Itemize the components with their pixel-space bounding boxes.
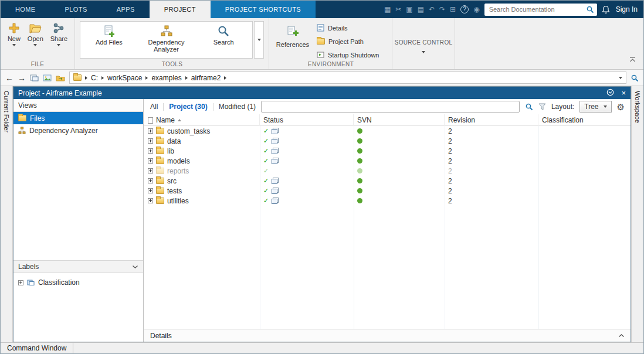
classification-cell: [538, 196, 631, 206]
expand-icon[interactable]: [148, 168, 153, 173]
tab-project[interactable]: PROJECT: [150, 1, 211, 18]
classification-cell: [538, 126, 631, 136]
breadcrumb-segment[interactable]: workSpace: [107, 74, 142, 82]
close-icon[interactable]: ×: [621, 89, 626, 97]
new-window-icon[interactable]: [30, 74, 39, 81]
expand-icon[interactable]: [148, 128, 153, 134]
labels-section-header[interactable]: Labels: [13, 260, 143, 273]
search-tool-button[interactable]: Search: [195, 22, 252, 58]
gear-icon[interactable]: ⚙: [617, 103, 625, 111]
details-button[interactable]: Details: [314, 21, 381, 35]
expand-icon[interactable]: [148, 178, 153, 183]
gallery-expand-button[interactable]: [254, 21, 264, 59]
project-path-button[interactable]: Project Path: [314, 35, 381, 48]
tab-project-shortcuts[interactable]: PROJECT SHORTCUTS: [211, 1, 316, 18]
open-button[interactable]: Open: [28, 22, 43, 46]
undo-icon[interactable]: ↶: [429, 6, 435, 13]
chevron-up-icon[interactable]: [618, 333, 625, 338]
column-header-revision[interactable]: Revision: [445, 114, 538, 126]
add-files-button[interactable]: Add Files: [80, 22, 138, 58]
matlab-window: HOME PLOTS APPS PROJECT PROJECT SHORTCUT…: [0, 0, 644, 354]
source-control-section[interactable]: SOURCE CONTROL: [392, 18, 455, 69]
tab-plots[interactable]: PLOTS: [50, 1, 102, 18]
expand-icon[interactable]: [148, 198, 153, 203]
share-button[interactable]: Share: [50, 22, 67, 46]
window-icon[interactable]: ⊞: [450, 6, 456, 13]
details-bar[interactable]: Details: [144, 329, 631, 342]
expand-icon[interactable]: [148, 158, 153, 164]
chevron-down-icon: [57, 44, 60, 46]
expand-icon[interactable]: [148, 148, 153, 154]
filter-funnel-icon[interactable]: [538, 103, 546, 110]
breadcrumb-segment[interactable]: C:: [91, 74, 98, 82]
table-row-models[interactable]: models ✓ 2: [144, 156, 631, 166]
expand-icon[interactable]: [148, 188, 153, 193]
breadcrumb-segment[interactable]: airframe2: [191, 74, 221, 82]
command-window-tab[interactable]: Command Window: [1, 343, 73, 353]
panel-menu-icon[interactable]: [606, 88, 614, 98]
breadcrumb-separator-icon: [101, 76, 104, 80]
column-header-status[interactable]: Status: [260, 114, 354, 126]
notifications-bell-icon[interactable]: [602, 5, 610, 14]
table-row-lib[interactable]: lib ✓ 2: [144, 146, 631, 156]
copy-icon[interactable]: ▣: [406, 6, 412, 13]
references-button[interactable]: References: [276, 25, 310, 48]
current-folder-panel-tab[interactable]: Current Folder: [1, 86, 13, 342]
table-row-tests[interactable]: tests ✓ 2: [144, 186, 631, 196]
address-breadcrumb[interactable]: C: workSpace examples airframe2: [69, 72, 626, 84]
table-row-custom-tasks[interactable]: custom_tasks ✓ 2: [144, 126, 631, 136]
dependency-analyzer-button[interactable]: Dependency Analyzer: [138, 22, 195, 58]
workspace-panel-tab[interactable]: Workspace: [631, 86, 643, 342]
browse-folder-icon[interactable]: [56, 74, 65, 81]
back-icon[interactable]: ←: [5, 74, 13, 82]
sign-in-link[interactable]: Sign In: [616, 5, 638, 13]
view-item-dependency-analyzer[interactable]: Dependency Analyzer: [13, 124, 143, 137]
table-row-utilities[interactable]: utilities ✓ 2: [144, 196, 631, 206]
community-icon[interactable]: ◉: [473, 6, 479, 13]
search-icon[interactable]: [525, 103, 533, 111]
filter-all[interactable]: All: [150, 103, 158, 111]
breadcrumb-separator-icon: [224, 76, 226, 80]
table-row-reports[interactable]: reports ✓ 2: [144, 166, 631, 176]
cut-icon[interactable]: ✂: [395, 6, 401, 13]
collapse-ribbon-button[interactable]: [629, 56, 636, 64]
search-folder-icon[interactable]: [631, 74, 639, 82]
classification-cell: [538, 176, 631, 186]
address-dropdown-icon[interactable]: [619, 77, 622, 79]
file-filter-search-input[interactable]: [261, 101, 520, 113]
image-preview-icon[interactable]: [43, 74, 52, 81]
forward-icon[interactable]: →: [18, 74, 26, 82]
filter-modified[interactable]: Modified (1): [219, 103, 256, 111]
search-documentation-input[interactable]: [489, 6, 584, 13]
labels-item-classification[interactable]: Classification: [13, 277, 143, 288]
help-icon[interactable]: ?: [460, 5, 469, 13]
column-header-svn[interactable]: SVN: [354, 114, 445, 126]
startup-shutdown-button[interactable]: Startup Shutdown: [314, 48, 381, 62]
table-row-src[interactable]: src ✓ 2: [144, 176, 631, 186]
project-panel: Project - Airframe Example × Views Files…: [13, 86, 631, 342]
view-item-files[interactable]: Files: [13, 112, 143, 124]
check-icon: ✓: [263, 138, 269, 144]
save-icon[interactable]: ▦: [384, 6, 391, 13]
environment-section: References Details Project Path Startup …: [270, 18, 392, 69]
column-header-classification[interactable]: Classification: [538, 114, 631, 126]
folder-icon: [18, 115, 26, 121]
view-item-label: Files: [30, 114, 45, 122]
tab-home[interactable]: HOME: [1, 1, 50, 18]
column-header-label: SVN: [357, 116, 372, 124]
new-button[interactable]: New: [8, 22, 21, 46]
expand-icon[interactable]: [148, 138, 153, 144]
environment-section-label: ENVIRONMENT: [270, 61, 392, 67]
search-icon[interactable]: [586, 5, 594, 13]
filter-project[interactable]: Project (30): [169, 103, 207, 111]
column-header-name[interactable]: Name: [144, 114, 260, 126]
redo-icon[interactable]: ↷: [439, 6, 445, 13]
labels-header-label: Labels: [18, 263, 39, 271]
expand-icon[interactable]: [18, 280, 23, 285]
paste-icon[interactable]: ▤: [418, 6, 424, 13]
column-divider: [260, 126, 260, 329]
breadcrumb-segment[interactable]: examples: [151, 74, 181, 82]
table-row-data[interactable]: data ✓ 2: [144, 136, 631, 146]
tab-apps[interactable]: APPS: [102, 1, 150, 18]
layout-select[interactable]: Tree: [579, 101, 611, 113]
